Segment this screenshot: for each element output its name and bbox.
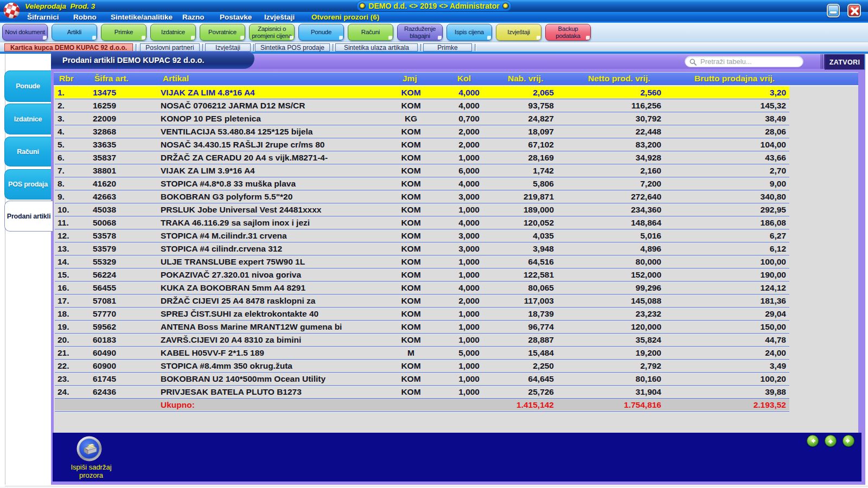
cell-jmj: KOM xyxy=(388,192,434,202)
col-header-artikal[interactable]: Artikal xyxy=(163,74,189,84)
col-header-jmj[interactable]: Jmj xyxy=(403,74,417,84)
table-row-3[interactable]: 3.22009KONOP 10 PES pletenicaKG0,70024,8… xyxy=(55,112,789,125)
table-row-22[interactable]: 22.60900STOPICA #8.4mm 350 okrug.žutaKOM… xyxy=(55,359,789,373)
table-row-7[interactable]: 7.38801VIJAK ZA LIM 3.9*16 A4KOM6,0001,7… xyxy=(55,164,789,177)
cell-jmj: KOM xyxy=(388,127,434,137)
cell-kol: 3,000 xyxy=(434,192,483,202)
table-row-15[interactable]: 15.56224POKAZIVAČ 27.320.01 nivoa goriva… xyxy=(55,268,789,281)
document-tab-izvje-taji[interactable]: Izvještaji xyxy=(205,43,251,52)
document-tab-primke[interactable]: Primke xyxy=(423,43,472,52)
col-header-netto-prod-vrij[interactable]: Netto prod. vrij. xyxy=(588,74,650,84)
document-tab-sintetika-pos-prodaje[interactable]: Sintetika POS prodaje xyxy=(255,43,330,52)
table-search-box[interactable] xyxy=(685,56,803,67)
cell-nab: 67,102 xyxy=(483,140,557,150)
table-row-2[interactable]: 2.16259NOSAČ 0706212 JARMA D12 MS/CRKOM4… xyxy=(55,99,789,112)
sidebar-tab-pos-prodaja[interactable]: POS prodaja xyxy=(4,169,51,200)
sidebar-tab-izdatnice[interactable]: Izdatnice xyxy=(4,104,51,134)
cell-sifra: 38801 xyxy=(90,166,158,176)
table-row-11[interactable]: 11.50068TRAKA 46.116.29 sa sajlom inox i… xyxy=(55,216,789,229)
cell-kol: 4,000 xyxy=(434,283,483,293)
table-row-12[interactable]: 12.53578STOPICA #4 M.cilindr.31 crvenaKO… xyxy=(55,229,789,242)
toolbar-button-ponude[interactable]: Ponude xyxy=(298,24,344,41)
menu-item--ifrarnici[interactable]: Šifrarnici xyxy=(27,13,59,21)
table-row-13[interactable]: 13.53579STOPICA #4 cilindr.crvena 312KOM… xyxy=(55,242,789,255)
table-row-19[interactable]: 19.59562ANTENA Boss Marine MRANT12W gume… xyxy=(55,320,789,333)
cell-art: STOPICA #4 M.cilindr.31 crvena xyxy=(158,231,388,241)
table-row-9[interactable]: 9.42663BOKOBRAN G3 polyform 5.5"*20KOM3,… xyxy=(55,190,789,203)
cell-jmj: KOM xyxy=(388,283,434,293)
document-tab-kartica-kupca-demo-kupac-92-d-o-o-[interactable]: Kartica kupca DEMO KUPAC 92 d.o.o. xyxy=(4,43,133,52)
minimize-button[interactable] xyxy=(827,4,840,17)
cell-rbr: 6. xyxy=(55,153,90,163)
col-header-rbr[interactable]: Rbr xyxy=(59,74,74,84)
toolbar-button-razdu-enje-blagajni[interactable]: Razduženje blagajni xyxy=(397,24,443,41)
cell-brutto: 124,12 xyxy=(665,283,789,293)
toolbar-button-primke[interactable]: Primke xyxy=(101,24,146,41)
cell-brutto: 292,95 xyxy=(665,205,789,215)
table-row-23[interactable]: 23.61745BOKOBRAN U2 140*500mm Ocean Util… xyxy=(55,373,789,386)
table-row-6[interactable]: 6.35837DRŽAČ ZA CERADU 20 A4 s vijk.M827… xyxy=(55,151,789,164)
table-row-10[interactable]: 10.45038PRSLUK Jobe Universal Vest 24481… xyxy=(55,203,789,216)
table-row-16[interactable]: 16.56455KUKA ZA BOKOBRAN 5mm A4 8291KOM4… xyxy=(55,281,789,294)
nav-up-button[interactable] xyxy=(825,435,837,447)
toolbar-button-povratnice[interactable]: Povratnice xyxy=(200,24,245,41)
toolbar-button-ra-uni[interactable]: Računi xyxy=(348,24,393,41)
toolbar-button-artikli[interactable]: Artikli xyxy=(52,24,97,41)
document-tab-sintetika-ulaza-artikala[interactable]: Sintetika ulaza artikala xyxy=(335,43,418,52)
print-window-label[interactable]: Ispiši sadržaj prozora xyxy=(61,464,121,480)
table-row-5[interactable]: 5.33635NOSAČ 34.430.15 RAŠLJI 2rupe cr/m… xyxy=(55,138,789,151)
menu-item-izvje-taji[interactable]: Izvještaji xyxy=(264,13,295,21)
col-header-nab-vrij[interactable]: Nab. vrij. xyxy=(508,74,543,84)
table-row-8[interactable]: 8.41620STOPICA #4.8*0.8 33 muška plavaKO… xyxy=(55,177,789,190)
search-input[interactable] xyxy=(700,57,799,66)
menu-item-otvoreni-prozori[interactable]: Otvoreni prozori (6) xyxy=(311,13,379,21)
menu-item-postavke[interactable]: Postavke xyxy=(220,13,252,21)
toolbar-button-izdatnice[interactable]: Izdatnice xyxy=(150,24,196,41)
cell-sifra: 45038 xyxy=(90,205,158,215)
cell-jmj: KOM xyxy=(388,153,434,163)
sidebar-tab-ra-uni[interactable]: Računi xyxy=(4,137,51,166)
toolbar-button-zapisnici-o-promjeni-cijena[interactable]: Zapisnici o promjeni cijena xyxy=(249,24,295,41)
cell-rbr: 3. xyxy=(55,114,90,124)
menu-item-robno[interactable]: Robno xyxy=(73,13,97,21)
toolbar-button-ispis-cijena[interactable]: Ispis cijena xyxy=(446,24,492,41)
table-row-4[interactable]: 4.32868VENTILACIJA 53.480.84 125*125 bij… xyxy=(55,125,789,138)
zatvori-close-window-button[interactable]: ZATVORI xyxy=(825,54,865,70)
menu-item-sintetike-analitike[interactable]: Sintetike/analitike xyxy=(111,13,173,21)
print-window-button[interactable] xyxy=(76,436,102,461)
menu-item-razno[interactable]: Razno xyxy=(182,13,205,21)
cell-art: BOKOBRAN U2 140*500mm Ocean Utility xyxy=(158,374,388,384)
sidebar-tab-prodani-artikli[interactable]: Prodani artikli xyxy=(4,201,53,232)
table-row-21[interactable]: 21.60490KABEL H05VV-F 2*1.5 189M5,00015,… xyxy=(55,346,789,359)
cell-netto: 30,792 xyxy=(557,114,665,124)
toolbar-button-backup-podataka[interactable]: Backup podataka xyxy=(545,24,591,41)
cell-sifra: 13475 xyxy=(90,88,158,98)
nav-previous-button[interactable] xyxy=(807,435,819,447)
toolbar-button-izvje-taji[interactable]: Izvještaji xyxy=(496,24,541,41)
search-icon xyxy=(690,59,697,66)
table-row-20[interactable]: 20.60183ZAVRŠ.CIJEVI 20 A4 8310 za bimin… xyxy=(55,333,789,346)
cell-kol: 1,000 xyxy=(434,205,483,215)
table-row-14[interactable]: 14.55329ULJE TRANSLUBE expert 75W90 1LKO… xyxy=(55,255,789,268)
cell-brutto: 6,27 xyxy=(665,231,789,241)
table-row-18[interactable]: 18.57770SPREJ ČIST.SUHI za elektrokontak… xyxy=(55,307,789,320)
table-row-1[interactable]: 1.13475VIJAK ZA LIM 4.8*16 A4KOM4,0002,0… xyxy=(55,86,789,99)
client-bottom-hairline xyxy=(5,486,868,486)
document-tab-poslovni-partneri[interactable]: Poslovni partneri xyxy=(140,43,200,52)
cell-rbr: 7. xyxy=(55,166,90,176)
col-header-brutto-prodajna-vrij[interactable]: Brutto prodajna vrij. xyxy=(694,74,775,84)
col-header-sifra[interactable]: Šifra art. xyxy=(94,74,129,84)
table-row-24[interactable]: 24.62436PRIVJESAK BATELA PLUTO B1273KOM1… xyxy=(55,386,789,399)
table-row-17[interactable]: 17.57081DRŽAČ CIJEVI 25 A4 8478 rasklopn… xyxy=(55,294,789,307)
cell-sifra: 33635 xyxy=(90,140,158,150)
cell-sifra: 16259 xyxy=(90,101,158,111)
document-tabstrip: Kartica kupca DEMO KUPAC 92 d.o.o.Poslov… xyxy=(0,42,868,52)
col-header-kol[interactable]: Kol xyxy=(457,74,471,84)
sidebar-tab-ponude[interactable]: Ponude xyxy=(4,70,51,102)
cell-art: DRŽAČ CIJEVI 25 A4 8478 rasklopni za xyxy=(158,296,388,306)
nav-next-button[interactable] xyxy=(843,435,854,447)
close-button[interactable] xyxy=(847,4,861,17)
cell-brutto: 104,00 xyxy=(665,140,789,150)
window-title: Prodani artikli DEMO KUPAC 92 d.o.o. xyxy=(62,56,205,65)
toolbar-button-novi-dokument[interactable]: Novi dokument xyxy=(2,24,48,41)
